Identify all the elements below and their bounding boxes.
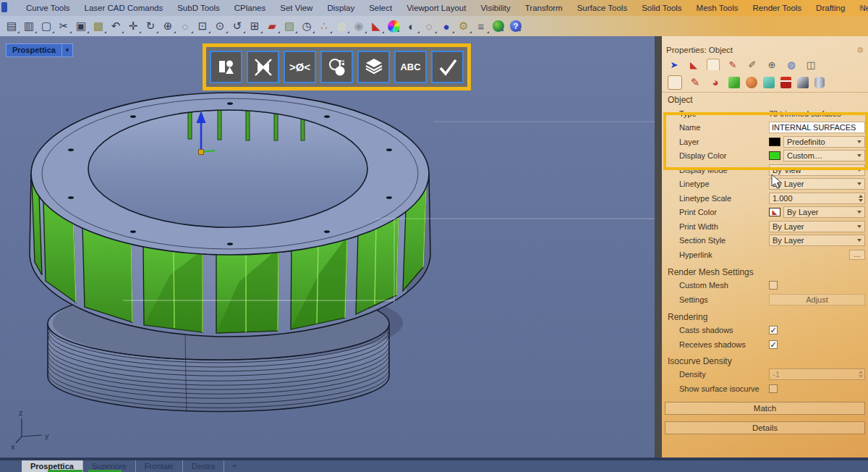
print-color-tab[interactable]: ◣ xyxy=(687,59,700,70)
section-style-dropdown[interactable]: By Layer xyxy=(769,235,865,246)
receives-shadows-checkbox[interactable]: ✓ xyxy=(769,340,778,349)
viewport-title-dropdown[interactable]: ▼ xyxy=(62,43,73,57)
menu-item[interactable]: Set View xyxy=(273,4,320,12)
print-color-dropdown[interactable]: By Layer xyxy=(783,206,865,218)
annotation-tab[interactable]: ✐ xyxy=(746,59,759,70)
perspective-viewport[interactable]: z y x Prospettica ▼ xyxy=(0,36,655,458)
lightbulb-icon[interactable]: ◍ xyxy=(333,18,350,34)
green-page-tab[interactable] xyxy=(728,77,740,88)
sphere-wireframe-icon[interactable]: ◐ xyxy=(403,18,420,34)
menu-item[interactable]: Transform xyxy=(518,4,570,12)
linetype-scale-spinner[interactable]: 1.000 xyxy=(769,193,865,204)
dimension-tab[interactable]: ⊕ xyxy=(765,59,778,70)
menu-item[interactable]: Drafting xyxy=(809,4,852,12)
object-properties-tab[interactable]: ➤ xyxy=(668,59,681,70)
pen-tab[interactable]: ✎ xyxy=(688,75,702,90)
schematic-icon[interactable]: ≡ xyxy=(472,18,490,34)
details-button[interactable]: Details xyxy=(665,421,865,434)
menu-item[interactable]: SubD Tools xyxy=(170,4,227,12)
color-wheel-tab[interactable] xyxy=(668,75,682,90)
select-spheres-button[interactable] xyxy=(320,51,353,83)
viewport-layout-icon[interactable]: ⊞ xyxy=(246,18,263,34)
copy-icon[interactable]: ▣ xyxy=(72,18,90,34)
menu-item[interactable]: Render Tools xyxy=(746,4,809,12)
mirror-box-tab[interactable] xyxy=(797,77,809,88)
viewport-title[interactable]: Prospettica xyxy=(6,43,62,57)
sphere-blue-icon[interactable]: ● xyxy=(438,18,455,34)
casts-shadows-checkbox[interactable]: ✓ xyxy=(769,326,778,334)
undo-icon[interactable]: ↶ xyxy=(107,18,124,34)
display-color-swatch[interactable] xyxy=(769,151,780,160)
lock-icon[interactable]: ◉ xyxy=(350,18,367,34)
custom-mesh-checkbox[interactable] xyxy=(769,281,778,290)
zoom-window-icon[interactable]: ⊡ xyxy=(194,18,211,34)
layers-button[interactable] xyxy=(357,51,390,83)
match-button[interactable]: Match xyxy=(665,402,865,415)
zoom-selected-icon[interactable]: ⊙ xyxy=(211,18,229,34)
viewport-tab-destra[interactable]: Destra xyxy=(183,460,224,472)
viewport-tab-frontale[interactable]: Frontale xyxy=(136,460,183,472)
menu-item[interactable]: Mesh Tools xyxy=(689,4,746,12)
adjust-button[interactable]: Adjust xyxy=(769,294,865,305)
shark-fin-icon[interactable]: ◣ xyxy=(367,18,385,34)
menu-item[interactable]: Surface Tools xyxy=(570,4,634,12)
print-color-fin-icon[interactable]: ◣ xyxy=(769,208,780,216)
spinner-arrows[interactable] xyxy=(859,195,863,202)
menu-item[interactable]: Laser CAD Comands xyxy=(77,4,171,12)
save-icon[interactable]: ▤ xyxy=(3,18,20,34)
object-shapes-button[interactable] xyxy=(210,51,242,83)
menu-item[interactable]: Select xyxy=(362,4,399,12)
layer-dropdown[interactable]: Predefinito xyxy=(783,136,865,148)
zoom-in-icon[interactable]: ⊕ xyxy=(159,18,176,34)
sphere-dashed-icon[interactable]: ◌ xyxy=(420,18,438,34)
menubar-gear-icon[interactable]: ⚙ xyxy=(859,4,865,12)
layer-color-swatch[interactable] xyxy=(769,138,780,146)
text-abc-button[interactable]: ABC xyxy=(394,51,427,83)
map-icon[interactable]: ▨ xyxy=(281,18,298,34)
hyperlink-browse-button[interactable]: … xyxy=(849,250,865,260)
new-file-icon[interactable]: ▢ xyxy=(38,18,55,34)
shapes-tab[interactable]: ◫ xyxy=(804,59,817,70)
teal-cube-tab[interactable] xyxy=(763,77,775,88)
show-isocurve-checkbox[interactable] xyxy=(769,384,778,393)
panel-gear-icon[interactable]: ⚙ xyxy=(856,46,864,55)
color-wheel-icon[interactable] xyxy=(388,20,400,33)
confirm-check-button[interactable] xyxy=(431,51,464,83)
orange-sphere-tab[interactable] xyxy=(746,77,757,88)
menu-item[interactable]: Curve Tools xyxy=(19,4,77,12)
swap-hide-button[interactable] xyxy=(247,51,279,83)
pan-hand-icon[interactable]: ✛ xyxy=(124,18,142,34)
print-icon[interactable]: ▥ xyxy=(20,18,38,34)
linetype-dropdown[interactable]: By Layer xyxy=(769,178,865,190)
print-width-dropdown[interactable]: By Layer xyxy=(769,221,865,232)
cylinder-grid-tab[interactable] xyxy=(814,77,825,88)
undo-view-icon[interactable]: ↺ xyxy=(229,18,246,34)
paint-tab[interactable]: ✎ xyxy=(726,59,739,70)
add-viewport-tab-button[interactable]: + xyxy=(224,460,244,472)
rotate-view-icon[interactable]: ↻ xyxy=(142,18,159,34)
density-spinner[interactable]: -1 xyxy=(769,368,865,380)
help-icon[interactable]: ? xyxy=(510,20,522,32)
menu-item[interactable]: CPlanes xyxy=(227,4,273,12)
globe-icon[interactable] xyxy=(493,20,504,32)
menu-item[interactable]: Viewport Layout xyxy=(399,4,473,12)
paste-icon[interactable]: ▩ xyxy=(90,18,107,34)
menu-item[interactable]: Display xyxy=(320,4,362,12)
diameter-button[interactable]: >Ø< xyxy=(284,51,316,83)
checker-ball-tab[interactable]: ◕ xyxy=(708,75,723,90)
cut-icon[interactable]: ✂ xyxy=(55,18,72,34)
control-points-icon[interactable]: ∴ xyxy=(315,18,333,34)
menu-item[interactable]: Visibility xyxy=(473,4,517,12)
object-color-tab[interactable] xyxy=(707,59,720,70)
bell-tab[interactable]: ◍ xyxy=(785,59,798,70)
gear-settings-icon[interactable]: ⚙ xyxy=(455,18,472,34)
panel-divider[interactable] xyxy=(655,36,662,458)
zoom-dynamic-icon[interactable]: ◌ xyxy=(176,18,194,34)
car-icon[interactable]: ▰ xyxy=(263,18,281,34)
name-input[interactable] xyxy=(769,122,865,133)
clock-icon[interactable]: ◷ xyxy=(298,18,315,34)
display-mode-dropdown[interactable]: By View xyxy=(769,164,865,176)
red-book-tab[interactable] xyxy=(780,77,791,88)
display-color-dropdown[interactable]: Custom… xyxy=(783,150,865,161)
menu-item[interactable]: Solid Tools xyxy=(634,4,689,12)
